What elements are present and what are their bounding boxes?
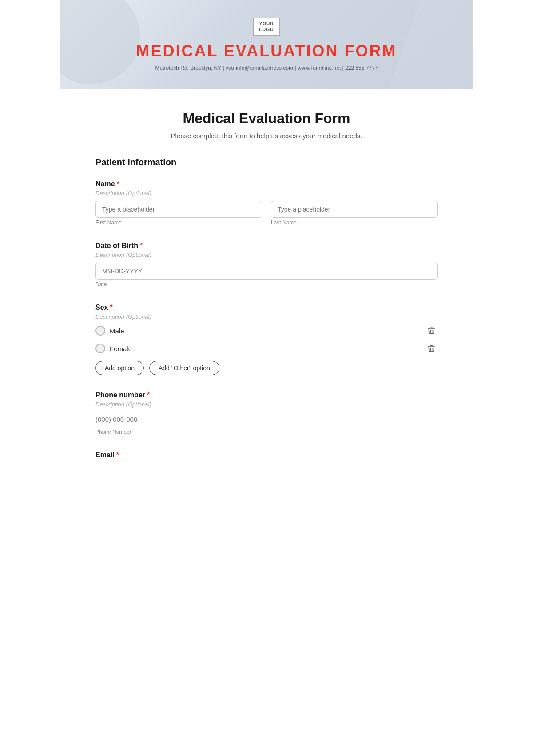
name-label: Name*	[95, 180, 438, 188]
field-dob: Date of Birth* Description (Optional) Da…	[95, 242, 438, 288]
radio-female[interactable]	[95, 344, 105, 353]
first-name-sublabel: First Name	[95, 220, 262, 226]
field-name: Name* Description (Optional) First Name …	[95, 180, 438, 226]
header-banner: YOUR LOGO MEDICAL EVALUATION FORM Metrot…	[60, 0, 473, 89]
first-name-input[interactable]	[95, 201, 262, 218]
dob-required: *	[140, 242, 143, 249]
form-main-title: Medical Evaluation Form	[95, 110, 438, 127]
name-description: Description (Optional)	[95, 190, 438, 196]
add-other-option-button[interactable]: Add "Other" option	[149, 361, 219, 375]
last-name-input[interactable]	[271, 201, 438, 218]
last-name-sublabel: Last Name	[271, 220, 438, 226]
phone-input[interactable]	[95, 412, 438, 427]
phone-label: Phone number*	[95, 391, 438, 399]
sex-description: Description (Optional)	[95, 313, 438, 320]
phone-required: *	[147, 391, 150, 399]
radio-female-label: Female	[110, 345, 132, 352]
sex-option-male: Male	[95, 324, 438, 337]
name-input-row: First Name Last Name	[95, 201, 438, 226]
phone-sublabel: Phone Number	[95, 429, 438, 435]
header-title: MEDICAL EVALUATION FORM	[136, 42, 397, 60]
dob-sublabel: Date	[95, 281, 438, 288]
header-contact: Metrotech Rd, Brooklyn, NY | yourinfo@em…	[155, 65, 378, 71]
add-option-button[interactable]: Add option	[95, 361, 144, 375]
email-required: *	[116, 451, 119, 459]
radio-male[interactable]	[95, 326, 105, 336]
field-phone: Phone number* Description (Optional) Pho…	[95, 391, 438, 435]
radio-male-label: Male	[110, 327, 124, 335]
email-label: Email*	[95, 451, 438, 459]
sex-label: Sex*	[95, 304, 438, 312]
logo-box: YOUR LOGO	[253, 18, 279, 36]
add-option-row: Add option Add "Other" option	[95, 361, 438, 375]
dob-label: Date of Birth*	[95, 242, 438, 250]
sex-required: *	[110, 304, 112, 311]
name-required: *	[117, 180, 119, 188]
field-sex: Sex* Description (Optional) Male	[95, 304, 438, 375]
delete-female-button[interactable]	[425, 342, 438, 355]
last-name-wrapper: Last Name	[271, 201, 438, 226]
first-name-wrapper: First Name	[95, 201, 262, 226]
form-content: Medical Evaluation Form Please complete …	[60, 89, 473, 502]
form-subtitle: Please complete this form to help us ass…	[95, 132, 438, 140]
dob-input[interactable]	[95, 263, 438, 280]
field-email: Email*	[95, 451, 438, 459]
dob-input-wrapper	[95, 263, 438, 280]
phone-description: Description (Optional)	[95, 401, 438, 408]
sex-option-female: Female	[95, 342, 438, 355]
delete-male-button[interactable]	[425, 324, 438, 337]
dob-description: Description (Optional)	[95, 252, 438, 258]
section-patient-title: Patient Information	[95, 157, 438, 168]
